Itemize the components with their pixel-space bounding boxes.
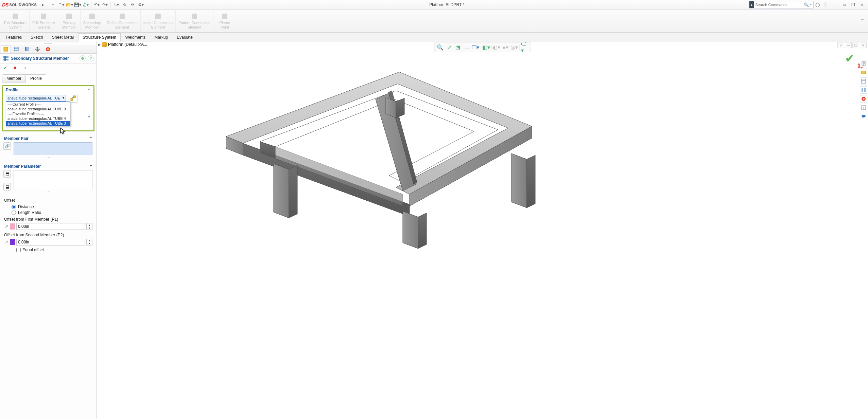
profile-combo[interactable]: ansi/al tube rectangular/AL TUE ▼ ----Cu… (6, 95, 66, 102)
offset-distance-radio[interactable] (12, 205, 16, 209)
close-icon[interactable]: ✕ (858, 1, 866, 8)
section-view-icon[interactable]: ▭ (463, 43, 470, 51)
undo-icon[interactable]: ↶▾ (93, 1, 101, 8)
chevron-down-icon[interactable]: ▼ (62, 96, 65, 99)
options-list-icon[interactable]: ☲ (129, 1, 136, 8)
edit-appearance-icon[interactable]: ●▾ (502, 43, 509, 51)
pm-settings-icon[interactable]: ⚙ (80, 55, 86, 61)
qat-chevron-icon[interactable]: ▸ (39, 1, 47, 8)
print-icon[interactable]: 🖨▾ (82, 1, 89, 8)
member-pair-header[interactable]: Member Pair ⌃ (1, 135, 95, 142)
ribbon-pierce-point[interactable]: PiercePoint (213, 10, 236, 32)
ribbon-pattern-connection[interactable]: Pattern ConnectionElement (176, 10, 213, 32)
redo-icon[interactable]: ↷▾ (101, 1, 109, 8)
taskpane-appearances-icon[interactable] (860, 95, 867, 103)
flip-direction-p1-icon[interactable]: ↗ (4, 224, 9, 229)
tab-markup[interactable]: Markup (150, 33, 172, 41)
taskpane-view-palette-icon[interactable] (860, 86, 867, 94)
ribbon-collapse-icon[interactable]: ⌃ (860, 10, 867, 32)
collapse-caret-icon[interactable]: ⌃ (88, 88, 91, 92)
home-icon[interactable]: ⌂ (49, 1, 57, 8)
offset-p2-spinner[interactable]: ▲▼ (86, 239, 92, 245)
pm-ok-icon[interactable]: ✔ (3, 65, 8, 71)
select-icon[interactable]: ⤡▾ (112, 1, 120, 8)
ribbon-define-connection[interactable]: Define ConnectionElement (104, 10, 141, 32)
tab-sheet-metal[interactable]: Sheet Metal (48, 33, 78, 41)
previous-view-icon[interactable]: ⬔ (454, 43, 462, 51)
ribbon-primary-member[interactable]: PrimaryMember (58, 10, 81, 32)
zoom-fit-icon[interactable]: 🔍 (436, 43, 444, 51)
new-file-icon[interactable]: 🗋▾ (57, 1, 65, 8)
tab-structure-system[interactable]: Structure System (78, 33, 121, 41)
equal-offset-checkbox[interactable] (16, 248, 21, 252)
vp-close-icon[interactable]: ✕ (860, 42, 867, 48)
search-dropdown-icon[interactable]: ▾ (809, 3, 814, 6)
offset-length-ratio-radio[interactable] (12, 211, 16, 215)
restore-icon[interactable]: ❐ (849, 1, 857, 8)
profile-option[interactable]: ansi/al tube rectangular/AL TUBE 4 (6, 116, 70, 121)
dimxpert-tab-icon[interactable] (32, 45, 42, 53)
offset-p1-spinner[interactable]: ▲▼ (86, 223, 92, 230)
rebuild-icon[interactable]: ⟲ (121, 1, 128, 8)
feature-tree-flyout[interactable]: ▶ Platform (Default<A... (98, 42, 147, 47)
tab-weldments[interactable]: Weldments (121, 33, 150, 41)
taskpane-forum-icon[interactable] (860, 113, 867, 120)
feature-manager-tab-icon[interactable] (1, 45, 11, 53)
tab-features[interactable]: Features (1, 33, 26, 41)
pm-pushpin-icon[interactable]: ⇥ (22, 65, 27, 71)
offset-p1-input[interactable] (16, 223, 85, 230)
search-icon[interactable]: 🔍 (804, 2, 809, 7)
flyout-expand-icon[interactable]: ▶ (98, 42, 101, 47)
profile-option[interactable]: ansi/al tube rectangular/AL TUBE 3 (6, 121, 70, 126)
flip-direction-p2-icon[interactable]: ↗ (4, 240, 9, 244)
graphics-viewport[interactable]: ▶ Platform (Default<A... 🔍 ⤢ ⬔ ▭ ❒▾ ◧▾ ◐… (97, 41, 868, 419)
property-manager-tab-icon[interactable] (11, 45, 21, 53)
resize-grip-icon[interactable]: ⋯ (1, 155, 95, 160)
configuration-manager-tab-icon[interactable] (22, 45, 32, 53)
apply-scene-icon[interactable]: ◎▾ (510, 43, 518, 51)
tab-evaluate[interactable]: Evaluate (172, 33, 197, 41)
profile-option[interactable]: ansi/al tube rectangular/AL TUBE 3 (6, 107, 70, 111)
taskpane-resources-icon[interactable] (860, 60, 867, 67)
minimize-icon[interactable]: — (831, 1, 839, 8)
pm-scroll-area[interactable]: Profile ⌃ ansi/al tube rectangular/AL TU… (0, 83, 97, 419)
view-settings-icon[interactable]: 🖵▾ (521, 43, 528, 51)
offset-p2-input[interactable] (16, 239, 85, 245)
settings-gear-icon[interactable]: ⚙▾ (137, 1, 144, 8)
parameter-add-icon[interactable]: ⬒ (3, 170, 11, 178)
help-icon[interactable]: ❔ (821, 1, 829, 8)
search-commands[interactable]: ▸ 🔍 ▾ (749, 1, 814, 8)
taskpane-design-library-icon[interactable] (860, 69, 867, 76)
profile-section-header[interactable]: Profile ⌃ (3, 86, 93, 93)
user-account-icon[interactable]: ◯ (814, 1, 821, 8)
panel-drag-handle[interactable] (0, 41, 97, 45)
ribbon-insert-connection[interactable]: Insert ConnectionElement (141, 10, 176, 32)
member-pair-link-icon[interactable]: 🔗 (3, 142, 11, 150)
member-parameter-box[interactable] (14, 170, 92, 189)
open-file-icon[interactable]: 📂▾ (66, 1, 73, 8)
collapse-caret-icon[interactable]: ⌃ (87, 115, 91, 120)
subtab-member[interactable]: Member (2, 74, 26, 83)
display-manager-tab-icon[interactable] (43, 45, 53, 53)
search-scope-icon[interactable]: ▸ (749, 1, 754, 8)
resize-grip-icon[interactable]: ⋯ (1, 189, 95, 194)
view-orientation-icon[interactable]: ❒▾ (472, 43, 479, 51)
taskpane-custom-props-icon[interactable]: i (860, 104, 867, 111)
pm-help-icon[interactable]: ? (88, 55, 94, 61)
search-input[interactable] (754, 3, 804, 7)
hide-show-icon[interactable]: ◐▾ (493, 43, 500, 51)
vp-minimize-icon[interactable]: — (845, 42, 852, 48)
pm-cancel-icon[interactable]: ✖ (12, 65, 18, 71)
parameter-remove-icon[interactable]: ⬓ (3, 183, 11, 190)
vp-popout-icon[interactable]: ⤢ (837, 42, 844, 48)
display-style-icon[interactable]: ◧▾ (482, 43, 490, 51)
ribbon-exit-structure-system[interactable]: Exit StructureSystem (1, 10, 30, 32)
maximize2-icon[interactable]: ▭ (840, 1, 848, 8)
zoom-area-icon[interactable]: ⤢ (445, 43, 453, 51)
subtab-profile[interactable]: Profile (26, 74, 46, 83)
context-ok-icon[interactable]: ✔ (845, 52, 854, 65)
vp-maximize-icon[interactable]: ❐ (852, 42, 859, 48)
collapse-caret-icon[interactable]: ⌃ (89, 136, 92, 141)
collapse-caret-icon[interactable]: ⌃ (89, 164, 92, 169)
member-pair-selection-box[interactable] (14, 142, 92, 155)
